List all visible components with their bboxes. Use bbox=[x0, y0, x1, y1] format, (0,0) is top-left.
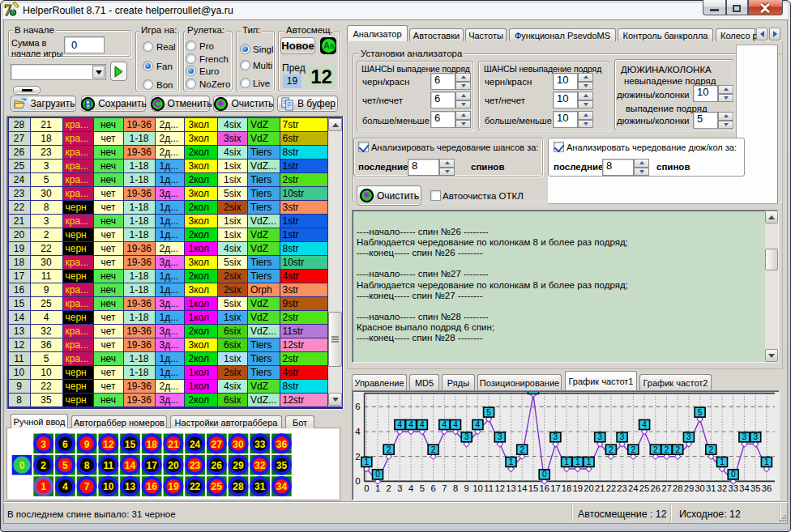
svg-text:34: 34 bbox=[276, 481, 288, 492]
svg-text:12: 12 bbox=[103, 439, 114, 450]
svg-text:35: 35 bbox=[276, 460, 288, 471]
svg-text:2: 2 bbox=[653, 445, 658, 454]
svg-text:16: 16 bbox=[539, 483, 549, 493]
svg-text:4: 4 bbox=[443, 420, 447, 429]
svg-text:3: 3 bbox=[464, 432, 469, 441]
svg-text:23: 23 bbox=[190, 460, 201, 471]
svg-text:18: 18 bbox=[147, 439, 158, 450]
svg-text:3: 3 bbox=[742, 432, 747, 441]
svg-text:25: 25 bbox=[212, 481, 223, 492]
svg-text:22: 22 bbox=[606, 483, 616, 493]
svg-text:0: 0 bbox=[19, 460, 25, 471]
svg-text:7: 7 bbox=[531, 392, 536, 394]
svg-text:29: 29 bbox=[233, 460, 244, 471]
svg-text:30: 30 bbox=[233, 439, 244, 450]
svg-text:9: 9 bbox=[84, 439, 90, 450]
svg-text:2: 2 bbox=[675, 445, 680, 454]
svg-text:19: 19 bbox=[168, 481, 179, 492]
svg-text:2: 2 bbox=[387, 445, 391, 454]
svg-text:29: 29 bbox=[684, 483, 694, 493]
svg-text:2: 2 bbox=[355, 452, 360, 462]
svg-text:14: 14 bbox=[125, 460, 136, 471]
svg-text:3: 3 bbox=[554, 432, 558, 441]
svg-text:5: 5 bbox=[420, 483, 425, 493]
svg-text:7: 7 bbox=[84, 481, 90, 492]
svg-text:34: 34 bbox=[739, 483, 749, 493]
svg-text:20: 20 bbox=[584, 483, 593, 493]
svg-text:9: 9 bbox=[464, 483, 469, 493]
svg-text:3: 3 bbox=[686, 432, 691, 441]
svg-text:26: 26 bbox=[651, 483, 661, 493]
svg-text:32: 32 bbox=[254, 460, 266, 471]
svg-text:13: 13 bbox=[506, 483, 515, 493]
svg-text:14: 14 bbox=[517, 483, 527, 493]
svg-text:8: 8 bbox=[84, 460, 90, 471]
svg-text:6: 6 bbox=[430, 483, 435, 493]
svg-text:8: 8 bbox=[453, 483, 458, 493]
svg-text:27: 27 bbox=[212, 439, 223, 450]
svg-text:2: 2 bbox=[665, 445, 669, 454]
svg-text:3: 3 bbox=[620, 432, 625, 441]
svg-text:7: 7 bbox=[442, 483, 447, 493]
svg-text:1: 1 bbox=[509, 458, 514, 466]
svg-text:5: 5 bbox=[62, 460, 68, 471]
svg-text:2: 2 bbox=[41, 460, 46, 471]
svg-text:6: 6 bbox=[355, 402, 360, 411]
svg-text:0: 0 bbox=[542, 470, 547, 479]
svg-text:33: 33 bbox=[728, 483, 738, 493]
svg-text:32: 32 bbox=[717, 483, 727, 493]
svg-text:4: 4 bbox=[408, 483, 413, 493]
svg-text:0: 0 bbox=[355, 476, 360, 486]
svg-text:12: 12 bbox=[495, 483, 505, 493]
svg-text:3: 3 bbox=[397, 483, 402, 493]
svg-text:10: 10 bbox=[103, 481, 114, 492]
svg-text:22: 22 bbox=[190, 481, 201, 492]
svg-text:20: 20 bbox=[168, 460, 179, 471]
svg-text:18: 18 bbox=[562, 483, 571, 493]
svg-text:4: 4 bbox=[62, 481, 68, 492]
svg-text:1: 1 bbox=[575, 458, 580, 466]
svg-text:4: 4 bbox=[642, 420, 647, 429]
svg-text:17: 17 bbox=[147, 460, 158, 471]
svg-text:0: 0 bbox=[375, 470, 380, 479]
svg-text:1: 1 bbox=[764, 458, 769, 466]
svg-text:5: 5 bbox=[486, 408, 491, 417]
svg-text:10: 10 bbox=[472, 483, 482, 493]
svg-text:3: 3 bbox=[498, 432, 502, 441]
svg-text:2: 2 bbox=[609, 445, 614, 454]
svg-text:19: 19 bbox=[573, 483, 583, 493]
svg-text:31: 31 bbox=[254, 481, 266, 492]
svg-text:15: 15 bbox=[125, 439, 136, 450]
svg-text:26: 26 bbox=[212, 460, 223, 471]
svg-text:33: 33 bbox=[254, 439, 266, 450]
svg-text:28: 28 bbox=[673, 483, 682, 493]
svg-text:36: 36 bbox=[276, 439, 288, 450]
svg-text:2: 2 bbox=[431, 445, 436, 454]
svg-text:11: 11 bbox=[484, 483, 494, 493]
svg-text:1: 1 bbox=[587, 458, 592, 466]
svg-text:4: 4 bbox=[408, 420, 413, 429]
svg-text:27: 27 bbox=[661, 483, 671, 493]
svg-text:3: 3 bbox=[597, 432, 602, 441]
svg-text:17: 17 bbox=[550, 483, 560, 493]
svg-text:2: 2 bbox=[709, 445, 714, 454]
svg-text:4: 4 bbox=[453, 420, 458, 429]
svg-text:4: 4 bbox=[355, 427, 361, 436]
svg-text:1: 1 bbox=[375, 483, 380, 493]
svg-text:7: 7 bbox=[4, 2, 12, 18]
svg-text:2: 2 bbox=[519, 445, 524, 454]
svg-text:3: 3 bbox=[41, 439, 46, 450]
svg-text:1: 1 bbox=[564, 458, 569, 466]
svg-text:2: 2 bbox=[387, 483, 391, 493]
svg-text:30: 30 bbox=[695, 483, 704, 493]
svg-text:36: 36 bbox=[762, 483, 772, 493]
svg-text:24: 24 bbox=[190, 439, 201, 450]
svg-text:16: 16 bbox=[147, 481, 158, 492]
svg-text:1: 1 bbox=[720, 458, 725, 466]
svg-text:4: 4 bbox=[420, 420, 425, 429]
svg-text:15: 15 bbox=[528, 483, 538, 493]
svg-text:28: 28 bbox=[233, 481, 244, 492]
svg-text:23: 23 bbox=[617, 483, 626, 493]
svg-text:1: 1 bbox=[365, 458, 370, 466]
svg-text:4: 4 bbox=[398, 420, 403, 429]
